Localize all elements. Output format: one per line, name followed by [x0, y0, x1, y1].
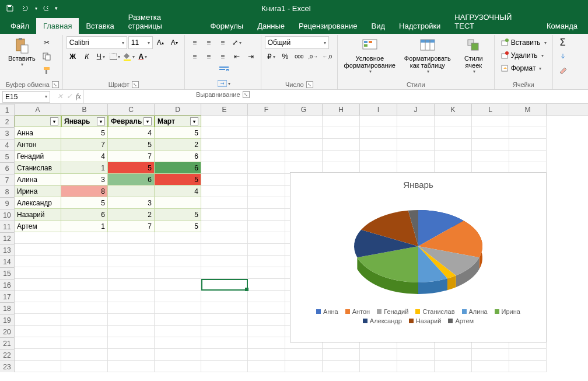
cell-E15[interactable] [201, 279, 248, 291]
cell-K2[interactable] [435, 127, 472, 139]
cell-E10[interactable] [201, 221, 248, 232]
col-header-K[interactable]: K [435, 104, 472, 115]
col-header-B[interactable]: B [61, 104, 108, 115]
fx-icon[interactable]: fx [76, 92, 81, 101]
row-header-23[interactable]: 23 [0, 361, 14, 372]
cell-K4[interactable] [435, 151, 472, 162]
align-right-icon[interactable]: ≡ [216, 50, 229, 63]
conditional-formatting-button[interactable]: Условное форматирование▾ [341, 36, 398, 75]
tab-file[interactable]: Файл [4, 18, 36, 34]
legend-item[interactable]: Александр [363, 317, 402, 324]
cell-C11[interactable] [108, 232, 155, 244]
cell-E18[interactable] [201, 314, 248, 326]
row-header-1[interactable]: 1 [0, 104, 14, 116]
cell-L21[interactable] [472, 349, 509, 361]
cell-B22[interactable] [61, 361, 108, 372]
cell-H1[interactable] [323, 116, 360, 127]
cell-A19[interactable] [15, 326, 61, 337]
cell-G2[interactable] [285, 127, 323, 139]
row-header-18[interactable]: 18 [0, 303, 14, 314]
redo-icon[interactable] [40, 2, 52, 15]
cell-C20[interactable] [108, 337, 155, 349]
row-header-8[interactable]: 8 [0, 186, 14, 198]
currency-icon[interactable]: ₽▾ [265, 50, 278, 63]
cell-D14[interactable] [155, 267, 201, 279]
align-center-icon[interactable]: ≡ [202, 50, 215, 63]
cell-B1[interactable]: Январь▾ [61, 116, 108, 127]
cell-C16[interactable] [108, 291, 155, 302]
cancel-formula-icon[interactable]: ✕ [57, 92, 63, 101]
cell-F12[interactable] [248, 244, 285, 256]
cell-E22[interactable] [201, 361, 248, 372]
number-launcher[interactable]: ⤡ [306, 81, 313, 88]
cell-H4[interactable] [323, 151, 360, 162]
cell-D16[interactable] [155, 291, 201, 302]
cell-C1[interactable]: Февраль▾ [108, 116, 155, 127]
cell-F7[interactable] [248, 186, 285, 197]
cell-F21[interactable] [248, 349, 285, 361]
cell-B16[interactable] [61, 291, 108, 302]
cell-B9[interactable]: 6 [61, 209, 108, 221]
cell-A11[interactable] [15, 232, 61, 244]
cell-C5[interactable]: 5 [108, 162, 155, 174]
cell-G21[interactable] [285, 349, 323, 361]
cell-E7[interactable] [201, 186, 248, 197]
cell-A18[interactable] [15, 314, 61, 326]
cell-E19[interactable] [201, 326, 248, 337]
cell-C3[interactable]: 5 [108, 139, 155, 151]
cell-A7[interactable]: Ирина [15, 186, 61, 197]
cell-H21[interactable] [323, 349, 360, 361]
cell-I21[interactable] [360, 349, 397, 361]
filter-icon[interactable]: ▾ [144, 117, 152, 125]
cell-D17[interactable] [155, 302, 201, 314]
col-header-G[interactable]: G [285, 104, 323, 115]
cell-M4[interactable] [509, 151, 547, 162]
delete-cells-button[interactable]: Удалить▾ [498, 49, 549, 62]
cell-A22[interactable] [15, 361, 61, 372]
indent-increase-icon[interactable]: ⇥ [244, 50, 257, 63]
chart-plot-area[interactable] [290, 192, 546, 306]
row-header-10[interactable]: 10 [0, 209, 14, 221]
copy-icon[interactable] [40, 50, 53, 63]
format-as-table-button[interactable]: Форматировать как таблицу▾ [401, 36, 454, 75]
cell-B7[interactable]: 8 [61, 186, 108, 197]
filter-icon[interactable]: ▾ [50, 117, 58, 125]
comma-icon[interactable]: 000 [293, 50, 306, 63]
underline-button[interactable]: Ч▾ [94, 50, 107, 63]
cell-H2[interactable] [323, 127, 360, 139]
cell-E16[interactable] [201, 291, 248, 302]
cell-L3[interactable] [472, 139, 509, 151]
cell-A13[interactable] [15, 256, 61, 267]
cell-D6[interactable]: 5 [155, 174, 201, 186]
cell-A16[interactable] [15, 291, 61, 302]
font-size-select[interactable]: 11▾ [128, 36, 153, 49]
chart-legend[interactable]: АннаАнтонГенадийСтаниславАлинаИринаАлекс… [290, 306, 546, 327]
tab-data[interactable]: Данные [250, 18, 292, 34]
cell-B21[interactable] [61, 349, 108, 361]
cell-G22[interactable] [285, 361, 323, 372]
save-icon[interactable] [4, 2, 16, 15]
cell-C2[interactable]: 4 [108, 127, 155, 139]
cell-F6[interactable] [248, 174, 285, 186]
cell-D20[interactable] [155, 337, 201, 349]
fill-icon[interactable] [556, 50, 569, 63]
cell-B15[interactable] [61, 279, 108, 291]
tab-addins[interactable]: Надстройки [392, 18, 447, 34]
cell-C4[interactable]: 7 [108, 151, 155, 162]
cell-B18[interactable] [61, 314, 108, 326]
clear-icon[interactable] [556, 64, 569, 77]
col-header-A[interactable]: A [15, 104, 61, 115]
cell-L1[interactable] [472, 116, 509, 127]
col-header-D[interactable]: D [155, 104, 201, 115]
cell-F3[interactable] [248, 139, 285, 151]
cell-J4[interactable] [397, 151, 435, 162]
align-left-icon[interactable]: ≡ [188, 50, 201, 63]
cell-F16[interactable] [248, 291, 285, 302]
cell-A5[interactable]: Станислав [15, 162, 61, 174]
cell-D18[interactable] [155, 314, 201, 326]
cell-styles-button[interactable]: Стили ячеек▾ [457, 36, 491, 75]
row-header-16[interactable]: 16 [0, 279, 14, 291]
alignment-launcher[interactable]: ⤡ [243, 91, 250, 98]
cell-M22[interactable] [509, 361, 547, 372]
cell-C15[interactable] [108, 279, 155, 291]
